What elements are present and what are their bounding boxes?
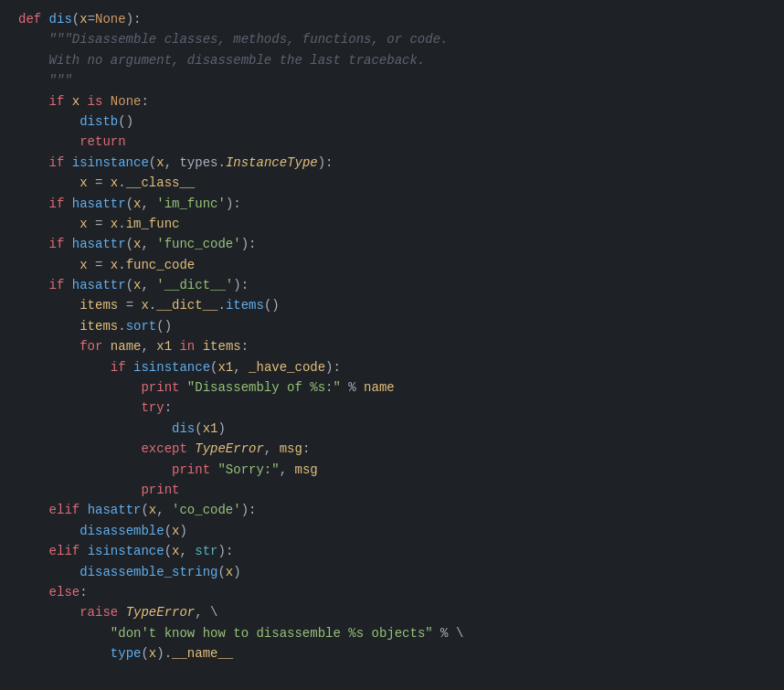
code-token: hasattr	[72, 275, 126, 295]
code-token: ):	[241, 500, 257, 520]
code-token: _have_code	[249, 357, 325, 377]
code-token: ,	[141, 336, 156, 356]
code-token: if	[18, 91, 72, 111]
code-token: ,	[264, 439, 280, 459]
code-token: (	[126, 275, 133, 295]
code-token: None	[111, 91, 142, 111]
code-token: ()	[264, 295, 280, 315]
code-token: , \	[195, 602, 217, 622]
code-line: if hasattr(x, 'func_code'):	[0, 234, 784, 254]
code-token: hasattr	[88, 500, 142, 520]
code-token: .	[149, 295, 156, 315]
code-token: in	[179, 336, 202, 356]
code-line: x = x.__class__	[0, 173, 784, 193]
code-token	[18, 173, 79, 193]
code-line: try:	[0, 398, 784, 418]
code-token: =	[88, 9, 95, 29]
code-line: if isinstance(x1, _have_code):	[0, 357, 784, 377]
code-token: items	[79, 295, 118, 315]
code-token: def	[18, 9, 49, 29]
code-token: sort	[126, 316, 157, 336]
code-token: =	[118, 295, 141, 315]
code-token: x	[156, 153, 164, 173]
code-line: """	[0, 70, 784, 90]
code-token: ()	[156, 316, 172, 336]
code-token: dis	[172, 419, 195, 439]
code-token: x	[79, 173, 87, 193]
code-token: ):	[126, 9, 142, 29]
code-token: is	[79, 91, 111, 111]
code-token: "Sorry:"	[217, 460, 279, 480]
code-token	[18, 602, 79, 622]
code-token: ):	[226, 194, 241, 214]
code-line: """Disassemble classes, methods, functio…	[0, 29, 784, 49]
code-token	[18, 419, 172, 439]
code-token: '__dict__'	[156, 275, 233, 295]
code-token: ):	[233, 275, 249, 295]
code-line: if hasattr(x, 'im_func'):	[0, 194, 784, 214]
code-token: (	[126, 234, 133, 254]
code-token: return	[79, 132, 125, 152]
code-token	[18, 295, 79, 315]
code-token: (	[72, 9, 79, 29]
code-token: except	[141, 439, 195, 459]
code-token: ):	[217, 541, 233, 561]
code-token: (	[141, 643, 148, 663]
code-token: =	[88, 173, 111, 193]
code-token: if	[18, 357, 133, 377]
code-token: With no argument, disassemble the last t…	[18, 50, 425, 70]
code-token: x	[79, 9, 87, 29]
code-token: name	[364, 377, 395, 398]
code-token: if	[18, 194, 72, 214]
code-token: =	[88, 214, 111, 234]
code-line: raise TypeError, \	[0, 602, 784, 622]
code-line: items = x.__dict__.items()	[0, 295, 784, 315]
code-token: TypeError	[126, 602, 196, 622]
code-token	[18, 316, 79, 336]
code-token: x	[111, 173, 118, 193]
code-token: Disassemble classes, methods, functions,…	[72, 29, 449, 49]
code-token: x	[111, 255, 118, 275]
code-token	[18, 623, 111, 643]
code-token: items	[226, 295, 264, 315]
code-token: items	[203, 336, 241, 356]
code-token: print	[172, 460, 217, 480]
code-token: __class__	[126, 173, 196, 193]
code-token: TypeError	[195, 439, 264, 459]
code-token: :	[164, 398, 172, 418]
code-token: x	[133, 194, 141, 214]
code-token	[18, 132, 79, 152]
code-token: 'co_code'	[172, 500, 241, 520]
code-token: x	[72, 91, 79, 111]
code-token: x	[111, 214, 118, 234]
code-token: x	[172, 541, 179, 561]
code-token: msg	[294, 460, 317, 480]
code-token: ):	[318, 153, 334, 173]
code-token: 'func_code'	[156, 234, 240, 254]
code-line: distb()	[0, 111, 784, 132]
code-token	[172, 336, 179, 356]
code-token: (	[126, 194, 133, 214]
code-token: im_func	[126, 214, 180, 234]
code-line: except TypeError, msg:	[0, 439, 784, 459]
code-token: print	[141, 377, 186, 398]
code-line: if isinstance(x, types.InstanceType):	[0, 153, 784, 173]
code-token: ,	[156, 500, 172, 520]
code-token: .	[118, 214, 125, 234]
code-token: elif	[18, 541, 88, 561]
code-token: str	[195, 541, 217, 561]
code-token: distb	[79, 111, 118, 132]
code-token	[18, 562, 79, 582]
code-token: InstanceType	[226, 153, 318, 173]
code-token: "Disassembly of %s:"	[187, 377, 341, 398]
code-token: """	[18, 29, 72, 49]
code-token: type	[111, 643, 142, 663]
code-token: ,	[280, 460, 295, 480]
code-token: x1	[203, 419, 218, 439]
code-token: func_code	[126, 255, 196, 275]
code-token: msg	[280, 439, 302, 459]
code-line: for name, x1 in items:	[0, 336, 784, 356]
code-token: elif	[18, 500, 88, 520]
code-token	[18, 480, 141, 500]
code-token: name	[111, 336, 142, 356]
